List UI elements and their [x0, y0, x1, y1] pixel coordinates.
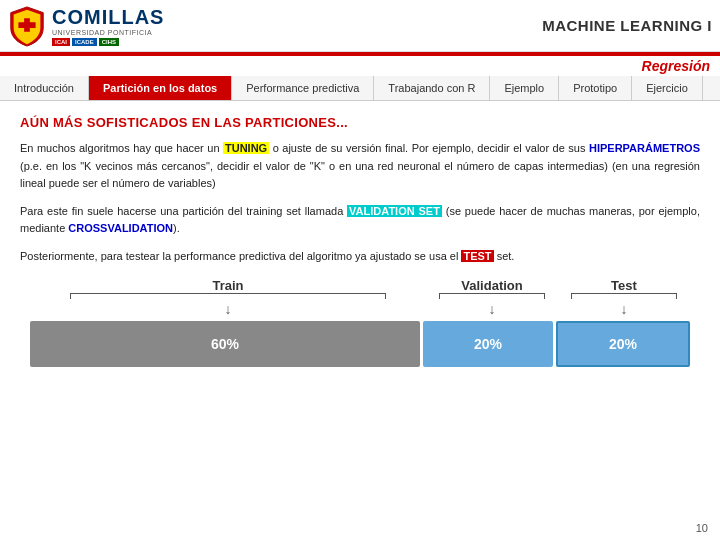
badge-cihs: CIHS — [99, 38, 119, 46]
tab-ejemplo[interactable]: Ejemplo — [490, 76, 559, 100]
paragraph-2: Para este fin suele hacerse una partició… — [20, 203, 700, 238]
bar-train-label: 60% — [211, 336, 239, 352]
logo-name: COMILLAS — [52, 6, 164, 29]
logo-text: COMILLAS UNIVERSIDAD PONTIFICIA ICAI ICA… — [52, 6, 164, 46]
logo-subtitle: UNIVERSIDAD PONTIFICIA — [52, 29, 164, 36]
bar-train: 60% — [30, 321, 420, 367]
tab-ejercicio[interactable]: Ejercicio — [632, 76, 703, 100]
logo-shield-icon — [8, 5, 46, 47]
label-train: Train — [30, 278, 426, 293]
header: COMILLAS UNIVERSIDAD PONTIFICIA ICAI ICA… — [0, 0, 720, 52]
paragraph-1: En muchos algoritmos hay que hacer un TU… — [20, 140, 700, 193]
badge-icai: ICAI — [52, 38, 70, 46]
tab-prototipo[interactable]: Prototipo — [559, 76, 632, 100]
logo-area: COMILLAS UNIVERSIDAD PONTIFICIA ICAI ICA… — [8, 5, 164, 47]
page-title: MACHINE LEARNING I — [542, 17, 712, 34]
section-title: AÚN MÁS SOFISTICADOS EN LAS PARTICIONES.… — [20, 115, 700, 130]
regression-label: Regresión — [0, 56, 720, 76]
highlight-test: TEST — [461, 250, 493, 262]
label-validation: Validation — [426, 278, 558, 293]
badge-icade: ICADE — [72, 38, 97, 46]
arrow-validation: ↓ — [426, 301, 558, 317]
tab-performance[interactable]: Performance predictiva — [232, 76, 374, 100]
arrow-test: ↓ — [558, 301, 690, 317]
bar-validation-label: 20% — [474, 336, 502, 352]
nav-tabs: Introducción Partición en los datos Perf… — [0, 76, 720, 101]
page-number: 10 — [696, 522, 708, 534]
logo-badges: ICAI ICADE CIHS — [52, 38, 164, 46]
highlight-hiperparametros: HIPERPARÁMETROS — [589, 142, 700, 154]
paragraph-3: Posteriormente, para testear la performa… — [20, 248, 700, 266]
highlight-tuning: TUNING — [223, 142, 269, 154]
tab-trabajando[interactable]: Trabajando con R — [374, 76, 490, 100]
arrow-train: ↓ — [30, 301, 426, 317]
bar-test: 20% — [556, 321, 690, 367]
content-area: AÚN MÁS SOFISTICADOS EN LAS PARTICIONES.… — [0, 101, 720, 418]
tab-particion[interactable]: Partición en los datos — [89, 76, 232, 100]
label-test: Test — [558, 278, 690, 293]
tab-introduccion[interactable]: Introducción — [0, 76, 89, 100]
bar-validation: 20% — [423, 321, 553, 367]
diagram-area: Train Validation Test ↓ ↓ ↓ 60% — [20, 278, 700, 408]
highlight-crossvalidation: CROSSVALIDATION — [68, 222, 173, 234]
highlight-validation-set: VALIDATION SET — [347, 205, 442, 217]
bar-test-label: 20% — [609, 336, 637, 352]
